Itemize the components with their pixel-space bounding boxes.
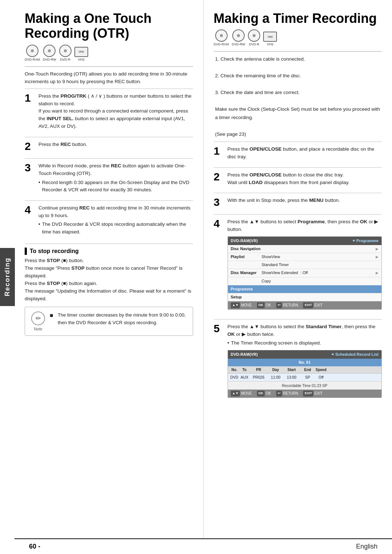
menu-label-discnav: Disc Navigation bbox=[231, 246, 261, 252]
sched-footer-ok-label: OK bbox=[266, 391, 271, 396]
sched-recordable: Recordable Time 01:23 SP bbox=[228, 381, 382, 390]
footer-lang: English bbox=[356, 543, 377, 550]
left-column: Making a One Touch Recording (OTR) DVD-R… bbox=[15, 0, 204, 538]
stop-recording-label: To stop recording bbox=[30, 248, 79, 254]
menu-btn-return: ↩ bbox=[276, 302, 282, 308]
prereq-4: Make sure the Clock (Setup-Clock Set) mu… bbox=[215, 105, 382, 122]
right-step-num-2: 2 bbox=[214, 171, 224, 187]
note-text: The timer counter decreases by the minut… bbox=[58, 311, 188, 326]
sched-cell-vp: Off bbox=[316, 374, 327, 380]
right-step-3: 3 With the unit in Stop mode, press the … bbox=[214, 193, 382, 211]
vhs-box: VHS bbox=[74, 47, 88, 57]
right-divider-top bbox=[214, 51, 382, 52]
menu-header: DVD-RAM(VR) ✦ Programme bbox=[228, 237, 382, 245]
disc-icon-dvdram: DVD-RAM bbox=[25, 45, 40, 61]
stop-recording-header: To stop recording bbox=[25, 244, 193, 255]
right-dvdr-label: DVD-R bbox=[249, 42, 260, 46]
right-step-content-2: Press the OPEN/CLOSE button to close the… bbox=[228, 171, 382, 187]
prereq-3: 3. Check the date and time are correct. bbox=[215, 89, 382, 97]
sched-data-row: DVD AUX PR026 11:00 13:00 SP Off bbox=[228, 374, 382, 381]
right-step-num-1: 1 bbox=[214, 146, 224, 161]
menu-value-showviewext: ShowView Extended : Off bbox=[262, 270, 374, 276]
sched-cell-end: 13:00 bbox=[284, 374, 300, 380]
menu-btn-move: ▲▼ bbox=[231, 302, 240, 308]
left-disc-icons: DVD-RAM DVD-RW DVD-R VHS VHS bbox=[25, 45, 193, 61]
right-disc-icon-dvdram: DVD-RAM bbox=[214, 29, 229, 46]
disc-icon-vhs: VHS VHS bbox=[74, 47, 88, 61]
step-num-2: 2 bbox=[25, 141, 35, 152]
menu-row-programme: Programme bbox=[228, 285, 382, 293]
sched-footer-ok: OK OK bbox=[257, 391, 271, 396]
note-bullet-row: ■ The timer counter decreases by the min… bbox=[50, 311, 188, 326]
step-content-1: Press the PROG/TRK ( ∧ / ∨ ) buttons or … bbox=[38, 93, 193, 131]
note-label: Note bbox=[34, 327, 42, 331]
note-icon-col: ✏ Note bbox=[30, 311, 46, 331]
sched-btn-ok: OK bbox=[257, 391, 265, 396]
menu-row-copy: Copy bbox=[228, 277, 382, 285]
sched-footer-exit: EXIT EXIT bbox=[303, 391, 322, 396]
sched-cell-speed: SP bbox=[300, 374, 316, 380]
right-prereqs: 1. Check the antenna cable is connected.… bbox=[214, 55, 382, 138]
right-disc-icons: DVD-RAM DVD-RW DVD-R VHS VHS bbox=[214, 29, 382, 46]
menu-footer-exit: EXIT EXIT bbox=[303, 302, 322, 308]
page-footer: 60 - English bbox=[15, 538, 392, 554]
prereq-2: 2. Check the remaining time of the disc. bbox=[215, 72, 382, 80]
right-step-num-3: 3 bbox=[214, 197, 224, 208]
right-step-content-5: Press the ▲▼ buttons to select the Stand… bbox=[228, 323, 382, 401]
menu-value-showview: ShowView bbox=[262, 254, 374, 260]
menu-label-playlist: Playlist bbox=[231, 254, 260, 260]
right-title: Making a Timer Recording bbox=[214, 11, 382, 26]
sched-btn-exit: EXIT bbox=[303, 391, 313, 396]
sched-btn-move: ▲▼ bbox=[231, 391, 240, 396]
sched-footer-move-label: MOVE bbox=[241, 391, 252, 396]
menu-btn-exit: EXIT bbox=[303, 302, 313, 308]
right-dvdram-circle bbox=[215, 29, 228, 42]
right-step-content-1: Press the OPEN/CLOSE button, and place a… bbox=[228, 146, 382, 161]
menu-header-right: ✦ Programme bbox=[352, 238, 379, 244]
left-step-2: 2 Press the REC button. bbox=[25, 137, 193, 155]
col-to: To bbox=[240, 367, 250, 373]
menu-row-setup: Setup bbox=[228, 293, 382, 301]
step5-bullet: The Timer Recording screen is displayed. bbox=[228, 339, 382, 347]
menu-footer: ▲▼ MOVE OK OK ↩ RETURN bbox=[228, 301, 382, 309]
sched-header: DVD-RAM(VR) ✦ Scheduled Record List bbox=[228, 350, 382, 359]
dvdrw-circle bbox=[43, 45, 56, 57]
menu-row-discmgr: Disc Manager ShowView Extended : Off ▶ bbox=[228, 269, 382, 277]
left-step-1: 1 Press the PROG/TRK ( ∧ / ∨ ) buttons o… bbox=[25, 89, 193, 134]
menu-arrow-discnav: ▶ bbox=[376, 246, 379, 252]
dvdr-circle bbox=[59, 45, 72, 57]
sched-no-row: No. 01 bbox=[228, 359, 382, 366]
right-step-num-5: 5 bbox=[214, 323, 224, 401]
sched-header-left: DVD-RAM(VR) bbox=[231, 351, 258, 358]
col-speed: Speed bbox=[316, 367, 327, 373]
menu-label-discmgr: Disc Manager bbox=[231, 270, 260, 276]
disc-icon-dvdrw: DVD-RW bbox=[43, 45, 56, 61]
menu-screenshot-4: DVD-RAM(VR) ✦ Programme Disc Navigation … bbox=[228, 236, 382, 309]
right-step-4: 4 Press the ▲▼ buttons to select Program… bbox=[214, 214, 382, 316]
col-pr: PR bbox=[250, 367, 268, 373]
right-step-1: 1 Press the OPEN/CLOSE button, and place… bbox=[214, 142, 382, 164]
sched-cell-dvd: DVD bbox=[229, 374, 240, 380]
right-dvdram-label: DVD-RAM bbox=[214, 42, 229, 46]
main-content: Making a One Touch Recording (OTR) DVD-R… bbox=[15, 0, 392, 538]
sched-col-headers: No. To PR Day Start End Speed bbox=[228, 366, 382, 374]
sched-footer-move: ▲▼ MOVE bbox=[231, 391, 252, 396]
right-step-2: 2 Press the OPEN/CLOSE button to close t… bbox=[214, 167, 382, 190]
prereq-1: 1. Check the antenna cable is connected. bbox=[215, 55, 382, 64]
sched-cell-start: 11:00 bbox=[268, 374, 284, 380]
sched-footer-exit-label: EXIT bbox=[314, 391, 322, 396]
sched-footer-return-label: RETURN bbox=[283, 391, 298, 396]
step-num-4: 4 bbox=[25, 204, 35, 236]
right-step-content-4: Press the ▲▼ buttons to select Programme… bbox=[228, 218, 382, 312]
menu-row-stdtimer: Standard Timer bbox=[228, 261, 382, 269]
col-no: No. bbox=[229, 367, 240, 373]
col-end: End bbox=[300, 367, 316, 373]
menu-footer-return: ↩ RETURN bbox=[276, 302, 298, 308]
dvdrw-label: DVD-RW bbox=[43, 58, 56, 61]
left-step-3: 3 While in Record mode, press the REC bu… bbox=[25, 158, 193, 197]
left-divider-top bbox=[25, 66, 193, 67]
sched-table: DVD-RAM(VR) ✦ Scheduled Record List No. … bbox=[228, 350, 382, 398]
step4-bullet: The DVD Recorder & VCR stops recording a… bbox=[38, 221, 193, 236]
disc-icon-dvdr: DVD-R bbox=[59, 45, 72, 61]
stop-recording-content: Press the STOP (■) button. The message "… bbox=[25, 257, 193, 303]
